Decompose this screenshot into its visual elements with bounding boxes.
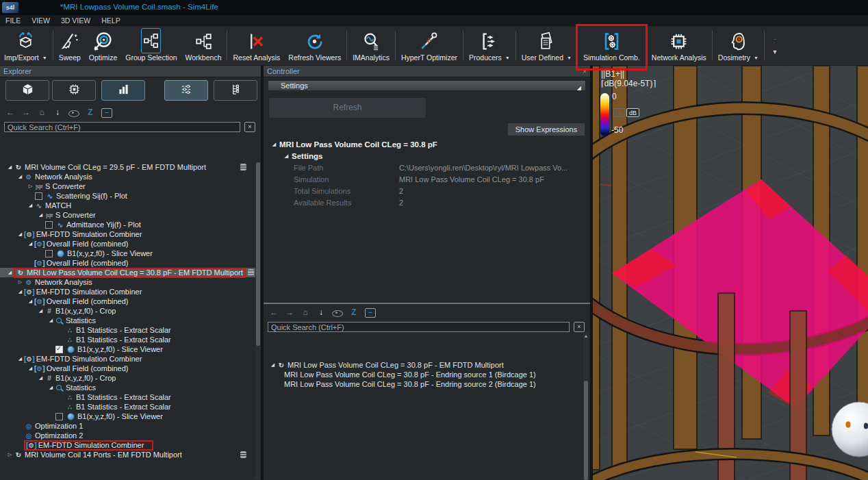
explorer-scrollbar[interactable] bbox=[255, 162, 261, 479]
explorer-tree-row[interactable]: B1(x,y,z,f0) - Slice Viewer bbox=[0, 412, 256, 421]
explorer-tree-row[interactable]: ▷↻MRI Volume Coil 14 Ports - EM FDTD Mul… bbox=[0, 450, 256, 459]
menu-item-view[interactable]: VIEW bbox=[31, 16, 50, 25]
explorer-tree-row[interactable]: B1(x,y,z,f0) - Slice Viewer bbox=[0, 249, 256, 258]
collapse-all-icon[interactable]: − bbox=[365, 308, 376, 318]
explorer-tree-row[interactable]: ∴B1 Statistics - Extract Scalar bbox=[0, 392, 256, 402]
expander-open-icon[interactable]: ◢ bbox=[16, 174, 24, 179]
controller-close-icon[interactable]: × bbox=[583, 66, 587, 77]
settings-tree-settings-node[interactable]: ◢ Settings bbox=[264, 150, 583, 162]
explorer-tree-row[interactable]: ▷[s]#S Converter bbox=[0, 181, 256, 191]
explorer-tree-row[interactable]: ∿Scattering Sij(f) - Plot bbox=[0, 191, 256, 201]
explorer-tree-row[interactable]: [⚙]Overall Field (combined) bbox=[0, 258, 256, 268]
explorer-tree-row[interactable]: ∴B1 Statistics - Extract Scalar bbox=[0, 402, 256, 412]
expander-closed-icon[interactable]: ▷ bbox=[6, 452, 14, 457]
explorer-tree-row[interactable]: ◢#B1(x,y,z,f0) - Crop bbox=[0, 373, 256, 383]
explorer-tree-row[interactable]: ◢[⚙]EM-FDTD Simulation Combiner bbox=[0, 354, 256, 364]
toolbar-button-workbench[interactable]: Workbench bbox=[181, 26, 226, 65]
db-scale-button[interactable]: dB bbox=[626, 108, 639, 117]
settings-tree-root[interactable]: ◢ MRI Low Pass Volume Coil CLeg = 30.8 p… bbox=[264, 138, 583, 150]
toolbar-button-imanalytics[interactable]: IMAnalytics bbox=[348, 26, 394, 65]
toolbar-button-reset-analysis[interactable]: Reset Analysis bbox=[229, 26, 284, 65]
toolbar-button-optimize[interactable]: Optimize bbox=[85, 26, 121, 65]
explorer-tree-row[interactable]: ∿Admittance Yij(f) - Plot bbox=[0, 220, 256, 229]
toolbar-button-refresh-viewers[interactable]: Refresh Viewers bbox=[284, 26, 345, 65]
explorer-tree-row[interactable]: ◢[⚙]EM-FDTD Simulation Combiner bbox=[0, 287, 256, 296]
explorer-tree-row[interactable]: ◢#B1(x,y,z,f0) - Crop bbox=[0, 306, 256, 316]
explorer-tree-row[interactable]: ◢[s]#S Converter bbox=[0, 210, 256, 220]
collapse-all-icon[interactable]: − bbox=[101, 108, 112, 118]
zoom-z-icon[interactable]: Z bbox=[86, 108, 95, 117]
explorer-tree-row[interactable]: ◢[⚙]Overall Field (combined) bbox=[0, 239, 256, 249]
expander-closed-icon[interactable]: ▷ bbox=[16, 279, 24, 285]
visibility-icon[interactable] bbox=[68, 110, 79, 117]
expander-open-icon[interactable]: ◢ bbox=[6, 270, 14, 275]
expander-open-icon[interactable]: ◢ bbox=[27, 241, 34, 247]
expander-open-icon[interactable]: ◢ bbox=[37, 375, 44, 381]
expander-open-icon[interactable]: ◢ bbox=[16, 289, 24, 294]
toolbar-button-group-selection[interactable]: Group Selection bbox=[121, 26, 181, 65]
expander-open-icon[interactable]: ◢ bbox=[269, 362, 277, 368]
move-down-icon[interactable]: ↓ bbox=[53, 108, 62, 117]
explorer-tab-settings-sliders[interactable] bbox=[164, 80, 208, 101]
linear-scale-button[interactable]: lin bbox=[613, 108, 625, 117]
expander-open-icon[interactable]: ◢ bbox=[27, 366, 34, 371]
expander-open-icon[interactable]: ◢ bbox=[47, 385, 55, 390]
expander-open-icon[interactable]: ◢ bbox=[16, 231, 24, 237]
explorer-tree-row[interactable]: ◢↻MRI Low Pass Volume Coil CLeg = 30.8 p… bbox=[0, 268, 256, 277]
zoom-z-icon[interactable]: Z bbox=[349, 307, 359, 317]
simulation-list-row[interactable]: ◢↻MRI Low Pass Volume Coil CLeg = 30.8 p… bbox=[264, 360, 575, 370]
explorer-tree-row[interactable]: ◢[⚙]Overall Field (combined) bbox=[0, 364, 256, 373]
move-down-icon[interactable]: ↓ bbox=[316, 307, 326, 317]
explorer-tree-row[interactable]: [⚙]EM-FDTD Simulation Combiner bbox=[0, 440, 256, 450]
checkbox-unchecked[interactable] bbox=[45, 221, 53, 229]
checkbox-unchecked[interactable] bbox=[35, 192, 42, 200]
dropdown-arrow-icon[interactable]: ▼ bbox=[505, 55, 510, 60]
expander-open-icon[interactable]: ◢ bbox=[27, 203, 34, 208]
expander-open-icon[interactable]: ◢ bbox=[37, 308, 44, 314]
expander-open-icon[interactable]: ◢ bbox=[16, 356, 24, 362]
expander-open-icon[interactable]: ◢ bbox=[47, 318, 55, 323]
dropdown-arrow-icon[interactable]: ▼ bbox=[567, 55, 572, 60]
home-icon[interactable]: ⌂ bbox=[301, 307, 310, 317]
dropdown-arrow-icon[interactable]: ▼ bbox=[42, 55, 47, 60]
toolbar-button-simulation-comb[interactable]: Simulation Comb. bbox=[579, 26, 644, 65]
forward-icon[interactable]: → bbox=[285, 307, 294, 317]
explorer-tree-row[interactable]: ◢Statistics bbox=[0, 383, 256, 392]
visibility-icon[interactable] bbox=[332, 310, 343, 317]
controller-splitter[interactable] bbox=[264, 303, 590, 304]
explorer-tree-row[interactable]: ◢[⚙]Overall Field (combined) bbox=[0, 296, 256, 306]
toolbar-button-network-analysis[interactable]: Network Analysis bbox=[648, 26, 711, 65]
controller-scrollbar[interactable]: ▲ bbox=[583, 333, 589, 480]
toolbar-button-user-defined[interactable]: User Defined▼ bbox=[518, 26, 576, 65]
simulation-list-row[interactable]: MRI Low Pass Volume Coil CLeg = 30.8 pF … bbox=[264, 379, 575, 389]
toolbar-button-producers[interactable]: Producers▼ bbox=[465, 26, 514, 65]
expander-closed-icon[interactable]: ▷ bbox=[27, 184, 34, 189]
explorer-tree-row[interactable]: ∴B1 Statistics - Extract Scalar bbox=[0, 325, 256, 335]
explorer-tab-model-cube[interactable] bbox=[5, 80, 49, 101]
toolbar-overflow-button[interactable]: ...▼ bbox=[766, 26, 784, 65]
explorer-search-clear-button[interactable]: × bbox=[244, 122, 255, 132]
dropdown-arrow-icon[interactable]: ▼ bbox=[754, 55, 758, 60]
explorer-tab-analysis-chart[interactable] bbox=[101, 80, 145, 101]
back-icon[interactable]: ← bbox=[269, 307, 279, 317]
expander-open-icon[interactable]: ◢ bbox=[6, 164, 14, 170]
toolbar-button-dosimetry[interactable]: Dosimetry▼ bbox=[714, 26, 763, 65]
explorer-tree-row[interactable]: ◎Optimization 2 bbox=[0, 431, 256, 440]
toolbar-button-hypert-optimizer[interactable]: HyperT Optimizer bbox=[397, 26, 461, 65]
toolbar-button-imp-export[interactable]: Imp/Export▼ bbox=[0, 26, 51, 65]
explorer-tree-row[interactable]: ◢∿MATCH bbox=[0, 201, 256, 210]
checkbox-checked[interactable] bbox=[55, 346, 63, 353]
3d-viewport[interactable]: ||B1+||⌈dB(9.04e-5T)⌉ 0 -50 lin dB bbox=[593, 66, 868, 480]
expander-open-icon[interactable]: ◢ bbox=[27, 299, 34, 304]
explorer-search-input[interactable] bbox=[4, 122, 240, 132]
explorer-tree-row[interactable]: ◢Statistics bbox=[0, 316, 256, 325]
checkbox-unchecked[interactable] bbox=[55, 413, 63, 420]
explorer-tree-row[interactable]: ◢⚙Network Analysis bbox=[0, 172, 256, 181]
simulation-list-row[interactable]: MRI Low Pass Volume Coil CLeg = 30.8 pF … bbox=[264, 370, 575, 379]
checkbox-unchecked[interactable] bbox=[45, 250, 53, 257]
explorer-tree-row[interactable]: ◢↻MRI Volume Coil CLeg = 29.5 pF - EM FD… bbox=[0, 162, 256, 172]
expander-open-icon[interactable]: ◢ bbox=[37, 212, 44, 218]
explorer-tab-simulation-chip[interactable] bbox=[52, 80, 96, 101]
menu-item-help[interactable]: HELP bbox=[101, 16, 120, 25]
home-icon[interactable]: ⌂ bbox=[37, 108, 47, 117]
